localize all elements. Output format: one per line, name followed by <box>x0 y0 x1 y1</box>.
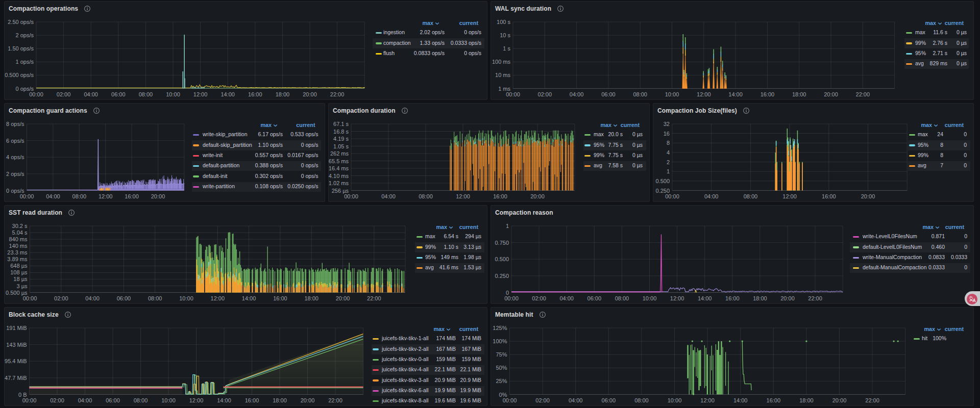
svg-text:00:00: 00:00 <box>344 193 358 199</box>
svg-text:16:00: 16:00 <box>248 91 262 97</box>
svg-text:18:00: 18:00 <box>753 295 767 301</box>
svg-text:10:00: 10:00 <box>665 91 679 97</box>
svg-text:06:00: 06:00 <box>117 295 131 301</box>
svg-text:12:00: 12:00 <box>189 397 204 403</box>
svg-text:02:00: 02:00 <box>54 295 68 301</box>
svg-text:12:00: 12:00 <box>193 91 208 97</box>
svg-text:1: 1 <box>667 168 670 174</box>
svg-text:1: 1 <box>506 223 509 229</box>
svg-text:20:00: 20:00 <box>832 397 847 403</box>
svg-text:10:00: 10:00 <box>643 295 657 301</box>
svg-text:1 s: 1 s <box>503 45 510 52</box>
svg-text:14:00: 14:00 <box>728 91 743 97</box>
svg-text:02:00: 02:00 <box>535 397 550 403</box>
svg-text:12:00: 12:00 <box>782 193 797 199</box>
svg-text:20:00: 20:00 <box>861 193 875 199</box>
svg-text:4 ops/s: 4 ops/s <box>6 154 24 160</box>
svg-text:12:00: 12:00 <box>456 193 470 199</box>
svg-text:1.50 ops/s: 1.50 ops/s <box>8 45 34 52</box>
svg-text:1.02 ms: 1.02 ms <box>329 180 349 186</box>
svg-text:08:00: 08:00 <box>744 193 758 199</box>
svg-text:100 ms: 100 ms <box>492 59 511 65</box>
svg-text:22:00: 22:00 <box>328 397 342 403</box>
svg-text:00:00: 00:00 <box>504 295 519 301</box>
svg-text:95.4 MiB: 95.4 MiB <box>5 358 27 364</box>
svg-text:20:00: 20:00 <box>824 91 838 97</box>
svg-text:06:00: 06:00 <box>601 91 616 97</box>
svg-text:00:00: 00:00 <box>665 193 679 199</box>
svg-text:648 µs: 648 µs <box>10 263 28 269</box>
svg-text:00:00: 00:00 <box>22 397 37 403</box>
svg-text:5.04 s: 5.04 s <box>12 230 28 236</box>
svg-text:00:00: 00:00 <box>506 91 520 97</box>
svg-text:16:00: 16:00 <box>761 91 775 97</box>
svg-text:20:00: 20:00 <box>780 295 795 301</box>
svg-text:32: 32 <box>664 121 670 127</box>
svg-text:08:00: 08:00 <box>148 295 162 301</box>
svg-text:25%: 25% <box>496 378 507 384</box>
svg-text:14:00: 14:00 <box>217 397 231 403</box>
svg-text:2 ops/s: 2 ops/s <box>6 171 24 177</box>
svg-text:08:00: 08:00 <box>419 193 433 199</box>
svg-text:100%: 100% <box>493 338 507 344</box>
svg-text:2.50 ops/s: 2.50 ops/s <box>8 19 34 25</box>
svg-text:14:00: 14:00 <box>733 397 748 403</box>
svg-text:10 ms: 10 ms <box>495 72 510 78</box>
svg-text:04:00: 04:00 <box>78 397 92 403</box>
svg-text:1 ops/s: 1 ops/s <box>16 59 34 65</box>
svg-text:02:00: 02:00 <box>532 295 546 301</box>
svg-text:8: 8 <box>667 140 670 146</box>
svg-text:10:00: 10:00 <box>166 91 180 97</box>
svg-text:840 ms: 840 ms <box>9 236 28 242</box>
svg-text:0.500: 0.500 <box>495 256 509 262</box>
svg-text:16:00: 16:00 <box>822 193 836 199</box>
svg-text:10 s: 10 s <box>500 32 510 38</box>
svg-text:16:00: 16:00 <box>493 193 507 199</box>
svg-text:16:00: 16:00 <box>125 193 139 199</box>
svg-text:4.10 ms: 4.10 ms <box>329 173 349 179</box>
svg-text:30.2 s: 30.2 s <box>12 223 28 229</box>
svg-text:20:00: 20:00 <box>151 193 165 199</box>
svg-text:00:00: 00:00 <box>503 397 517 403</box>
svg-text:04:00: 04:00 <box>559 295 574 301</box>
svg-text:108 µs: 108 µs <box>10 269 28 275</box>
svg-text:16.4 ms: 16.4 ms <box>329 165 349 171</box>
svg-text:06:00: 06:00 <box>602 397 616 403</box>
svg-text:20:00: 20:00 <box>301 397 315 403</box>
svg-text:10:00: 10:00 <box>668 397 682 403</box>
svg-text:00:00: 00:00 <box>20 193 34 199</box>
svg-text:0.250: 0.250 <box>495 273 509 279</box>
svg-text:100 s: 100 s <box>497 19 510 25</box>
svg-text:16.8 s: 16.8 s <box>333 129 349 135</box>
svg-text:12:00: 12:00 <box>99 193 113 199</box>
svg-text:2 ops/s: 2 ops/s <box>16 32 34 38</box>
svg-text:06:00: 06:00 <box>587 295 602 301</box>
svg-text:02:00: 02:00 <box>57 91 71 97</box>
svg-text:06:00: 06:00 <box>111 91 126 97</box>
svg-text:18:00: 18:00 <box>304 295 318 301</box>
svg-text:140 ms: 140 ms <box>9 243 28 249</box>
svg-text:14:00: 14:00 <box>220 91 235 97</box>
svg-text:14:00: 14:00 <box>242 295 256 301</box>
svg-text:04:00: 04:00 <box>46 193 60 199</box>
svg-text:1.05 s: 1.05 s <box>333 143 349 149</box>
svg-text:8 ops/s: 8 ops/s <box>6 121 24 127</box>
svg-text:67.1 s: 67.1 s <box>333 121 349 127</box>
svg-text:4.19 s: 4.19 s <box>333 136 349 142</box>
svg-text:12:00: 12:00 <box>211 295 225 301</box>
svg-text:22:00: 22:00 <box>367 295 381 301</box>
svg-text:12:00: 12:00 <box>670 295 684 301</box>
svg-text:18:00: 18:00 <box>273 397 287 403</box>
svg-text:16:00: 16:00 <box>767 397 781 403</box>
svg-text:22:00: 22:00 <box>808 295 822 301</box>
svg-text:20:00: 20:00 <box>530 193 545 199</box>
svg-text:0.500: 0.500 <box>655 178 670 184</box>
svg-text:12:00: 12:00 <box>697 91 711 97</box>
svg-text:0.750: 0.750 <box>495 240 509 246</box>
svg-text:06:00: 06:00 <box>106 397 120 403</box>
svg-text:16: 16 <box>664 131 670 137</box>
svg-text:47.7 MiB: 47.7 MiB <box>5 375 27 381</box>
svg-text:00:00: 00:00 <box>23 295 37 301</box>
svg-text:22:00: 22:00 <box>330 91 345 97</box>
svg-text:20:00: 20:00 <box>303 91 317 97</box>
